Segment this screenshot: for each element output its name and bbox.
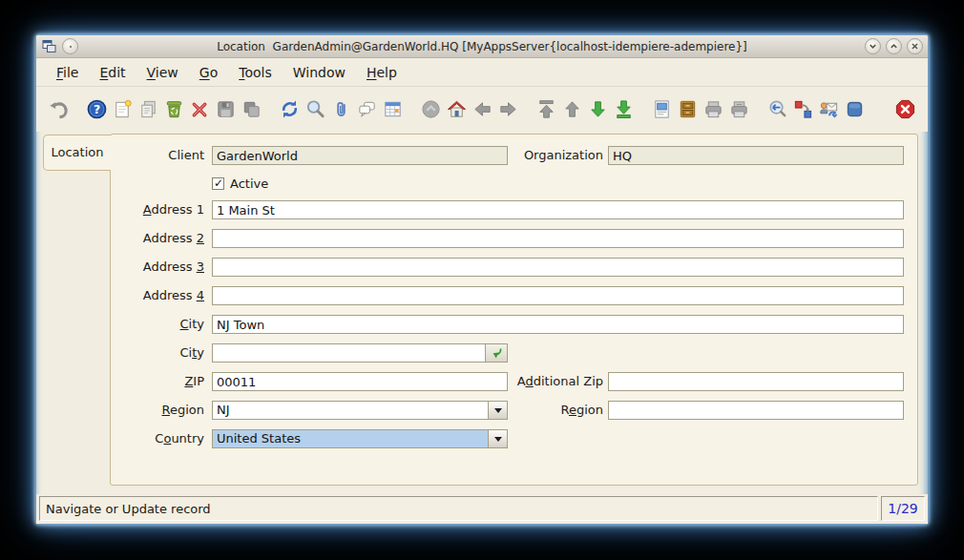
- country-dropdown-value: United States: [213, 430, 488, 447]
- titlebar[interactable]: Location GardenAdmin@GardenWorld.HQ [MyA…: [36, 35, 928, 58]
- region-label: Region: [111, 401, 204, 420]
- zoom-across-icon[interactable]: [765, 96, 790, 122]
- menu-go[interactable]: Go: [191, 62, 226, 83]
- main-area: Location Client Organization ✓ Active Ad…: [36, 132, 928, 494]
- toolbar: ?: [36, 87, 928, 132]
- window-title: Location GardenAdmin@GardenWorld.HQ [MyA…: [36, 40, 928, 53]
- checkmark-icon: ✓: [214, 178, 223, 189]
- parent-tab-icon[interactable]: [470, 96, 495, 122]
- product-info-icon[interactable]: [842, 96, 868, 122]
- refresh-icon[interactable]: [277, 96, 303, 122]
- location-window: Location GardenAdmin@GardenWorld.HQ [MyA…: [35, 34, 929, 525]
- form-panel: Client Organization ✓ Active Address 1 A…: [110, 134, 918, 486]
- history-icon[interactable]: [418, 96, 444, 122]
- city-lookup-field[interactable]: [212, 343, 508, 363]
- status-message: Navigate or Update record: [39, 496, 878, 521]
- address3-label: Address 3: [111, 258, 204, 277]
- address1-field[interactable]: [212, 200, 904, 219]
- last-record-icon[interactable]: [611, 96, 637, 122]
- minimize-button[interactable]: [865, 38, 881, 54]
- print-icon[interactable]: [726, 96, 752, 122]
- archive-icon[interactable]: [675, 96, 701, 122]
- help-icon[interactable]: ?: [84, 96, 110, 122]
- city-label: City: [111, 315, 204, 334]
- additional-zip-label: Additional Zip: [416, 372, 603, 391]
- next-record-icon[interactable]: [585, 96, 611, 122]
- address3-field[interactable]: [212, 258, 904, 277]
- statusbar: Navigate or Update record 1/29: [36, 494, 928, 524]
- print-preview-icon[interactable]: [701, 96, 726, 122]
- detail-tab-icon[interactable]: [495, 96, 521, 122]
- maximize-button[interactable]: [886, 38, 902, 54]
- home-icon[interactable]: [444, 96, 470, 122]
- chat-icon[interactable]: [354, 96, 380, 122]
- address2-field[interactable]: [212, 229, 904, 248]
- city-field[interactable]: [212, 315, 904, 334]
- region-name-field[interactable]: [608, 401, 904, 420]
- organization-field[interactable]: [608, 146, 904, 165]
- address2-label: Address 2: [111, 229, 204, 248]
- country-label: Country: [111, 429, 204, 448]
- region-name-label: Region: [416, 401, 603, 420]
- undo-icon[interactable]: [46, 96, 72, 122]
- previous-record-icon[interactable]: [559, 96, 585, 122]
- menu-edit[interactable]: Edit: [91, 62, 134, 83]
- attachment-icon[interactable]: [328, 96, 354, 122]
- delete-record-icon[interactable]: [161, 96, 187, 122]
- report-icon[interactable]: [649, 96, 675, 122]
- exit-icon[interactable]: [892, 96, 918, 122]
- svg-text:?: ?: [94, 102, 100, 116]
- grid-toggle-icon[interactable]: [380, 96, 406, 122]
- menubar: File Edit View Go Tools Window Help: [36, 58, 928, 87]
- zip-label: ZIP: [111, 372, 204, 391]
- save-create-icon[interactable]: [239, 96, 264, 122]
- new-record-icon[interactable]: [110, 96, 136, 122]
- additional-zip-field[interactable]: [608, 372, 904, 391]
- city-lookup-label: City: [111, 343, 204, 363]
- address1-label: Address 1: [111, 200, 204, 219]
- active-label: Active: [230, 176, 268, 192]
- address4-field[interactable]: [212, 286, 904, 305]
- tab-location[interactable]: Location: [43, 135, 111, 171]
- save-icon[interactable]: [213, 96, 239, 122]
- delete-selection-icon[interactable]: [187, 96, 213, 122]
- copy-record-icon[interactable]: [136, 96, 161, 122]
- window-menu-button[interactable]: [62, 38, 78, 54]
- app-icon: [41, 39, 57, 54]
- close-button[interactable]: [907, 38, 923, 54]
- record-indicator[interactable]: 1/29: [881, 496, 925, 521]
- menu-window[interactable]: Window: [284, 62, 354, 83]
- country-dropdown-arrow-icon[interactable]: [488, 430, 507, 447]
- city-lookup-input[interactable]: [213, 344, 485, 362]
- request-icon[interactable]: [816, 96, 842, 122]
- address4-label: Address 4: [111, 286, 204, 305]
- active-checkbox[interactable]: ✓: [212, 177, 224, 190]
- workflow-icon[interactable]: [790, 96, 816, 122]
- green-pick-arrow-icon: [491, 347, 503, 360]
- country-dropdown[interactable]: United States: [212, 429, 508, 448]
- first-record-icon[interactable]: [534, 96, 559, 122]
- city-lookup-button[interactable]: [485, 344, 507, 362]
- menu-file[interactable]: File: [48, 62, 87, 83]
- menu-view[interactable]: View: [138, 62, 187, 83]
- client-label: Client: [111, 146, 204, 165]
- menu-help[interactable]: Help: [358, 62, 406, 83]
- find-icon[interactable]: [303, 96, 328, 122]
- organization-label: Organization: [416, 146, 603, 165]
- menu-tools[interactable]: Tools: [230, 62, 281, 83]
